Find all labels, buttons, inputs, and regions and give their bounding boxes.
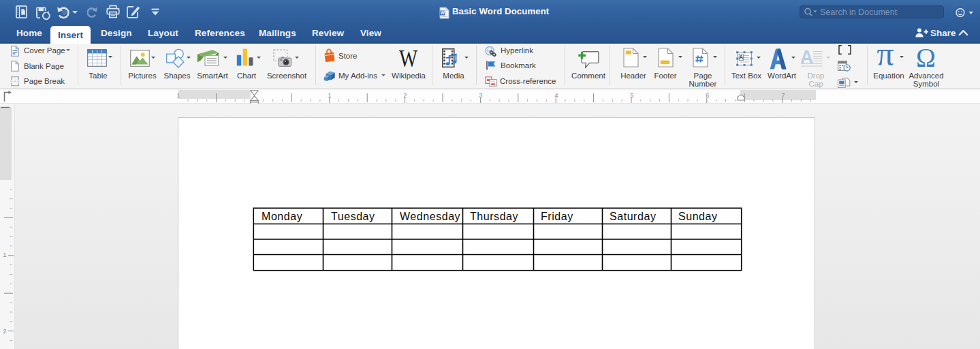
svg-text:1: 1 xyxy=(328,91,331,99)
svg-text:2: 2 xyxy=(403,91,407,99)
svg-text:4: 4 xyxy=(554,91,558,99)
svg-text:W: W xyxy=(441,10,445,15)
svg-text:3: 3 xyxy=(479,91,482,99)
svg-text:5: 5 xyxy=(630,91,633,99)
svg-text:A: A xyxy=(801,50,813,67)
svg-text:7: 7 xyxy=(781,91,785,99)
svg-text:A: A xyxy=(739,53,743,60)
svg-text:1: 1 xyxy=(176,91,180,99)
svg-text:2: 2 xyxy=(3,327,6,335)
svg-text:1: 1 xyxy=(3,251,6,258)
svg-text:6: 6 xyxy=(706,91,709,99)
